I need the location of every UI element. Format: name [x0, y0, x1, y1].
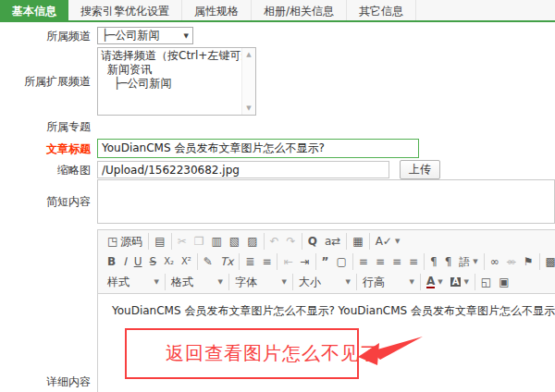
bold-button[interactable]: B — [104, 253, 119, 270]
redo-button[interactable]: ↷ — [283, 233, 300, 250]
chevron-down-icon: ▼ — [473, 258, 477, 265]
text-color-button[interactable]: A▼ — [423, 274, 447, 290]
select-all-button[interactable]: ▦ — [349, 233, 366, 250]
ext-channel-options: 请选择频道（按Ctrl+左键可进行多选）新闻资讯├─公司新闻 — [99, 49, 240, 91]
tab-basic-info[interactable]: 基本信息 — [0, 0, 68, 20]
paste-as-text-button[interactable]: ▧ — [226, 233, 243, 250]
find-button[interactable]: Q — [304, 233, 321, 250]
align-right-button[interactable]: ≡ — [388, 253, 405, 270]
replace-icon: a⇄ — [325, 236, 340, 247]
spell-check-button[interactable]: A✓▼ — [372, 233, 404, 250]
anchor-button[interactable]: ⚑ — [520, 253, 537, 270]
annotation-arrow-icon — [352, 331, 430, 373]
copy-button[interactable]: ❐ — [191, 233, 208, 250]
decrease-indent-button[interactable]: ⇤ — [279, 253, 296, 270]
font-size-combo[interactable]: 大小▼ — [295, 274, 354, 290]
div-container-button[interactable]: ▢ — [332, 253, 350, 270]
upload-button[interactable]: 上传 — [400, 160, 440, 179]
ext-channel-listbox[interactable]: 请选择频道（按Ctrl+左键可进行多选）新闻资讯├─公司新闻 ▲ ▼ — [97, 47, 256, 116]
channel-option[interactable]: ├─公司新闻 — [99, 77, 240, 91]
background-color-button[interactable]: A▼ — [447, 274, 473, 290]
scroll-down-icon[interactable]: ▼ — [246, 104, 251, 112]
toolbar-row-2: BIUSX₂X²✎Tx≣≡⇤⇥”▢≡≡≡≡¶¶語▼∞∞⚑▩ — [102, 251, 555, 272]
language-button[interactable]: 語▼ — [455, 253, 481, 270]
italic-icon: I — [123, 256, 127, 267]
font-combo[interactable]: 字体▼ — [231, 274, 290, 290]
thumbnail-path-input[interactable] — [97, 161, 389, 178]
channel-option[interactable]: 请选择频道（按Ctrl+左键可进行多选） — [99, 49, 240, 63]
toolbar-group: Qa⇄ — [302, 233, 347, 250]
image-icon: ▩ — [546, 256, 555, 267]
image-button[interactable]: ▩ — [542, 253, 555, 270]
remove-format-icon: Tx — [220, 256, 233, 267]
align-right-icon: ≡ — [392, 256, 401, 267]
redo-icon: ↷ — [287, 236, 296, 247]
increase-indent-button[interactable]: ⇥ — [297, 253, 314, 270]
text-direction-rtl-button[interactable]: ¶ — [441, 253, 456, 270]
div-container-icon: ▢ — [336, 256, 346, 267]
subscript-button[interactable]: X₂ — [160, 253, 178, 270]
paste-button[interactable]: ▥ — [208, 233, 226, 250]
text-direction-ltr-button[interactable]: ¶ — [426, 253, 441, 270]
bulleted-list-button[interactable]: ≡ — [258, 253, 275, 270]
editor-toolbar: ◳源码▤✂❐▥▧▨↶↷Qa⇄▦A✓▼ BIUSX₂X²✎Tx≣≡⇤⇥”▢≡≡≡≡… — [98, 230, 555, 294]
cut-button[interactable]: ✂ — [174, 233, 191, 250]
tab-attribute-spec[interactable]: 属性规格 — [182, 0, 252, 20]
scroll-up-icon[interactable]: ▲ — [246, 51, 251, 58]
underline-button[interactable]: U — [130, 253, 146, 270]
format-combo[interactable]: 格式▼ — [167, 274, 227, 290]
maximize-button[interactable]: ◱ — [477, 274, 495, 290]
editor-content-area[interactable]: YouDianCMS 会员发布文章图片怎么不显示? YouDianCMS 会员发… — [98, 294, 555, 392]
toolbar-group: 字体▼ — [228, 274, 292, 290]
remove-format-button[interactable]: Tx — [216, 253, 237, 270]
annotation-box: 返回查看图片怎么不见了 — [125, 328, 359, 379]
subscript-icon: X₂ — [164, 257, 174, 266]
align-left-button[interactable]: ≡ — [355, 253, 372, 270]
tab-other-info[interactable]: 其它信息 — [347, 0, 416, 20]
toolbar-group: ◱▣ — [475, 274, 515, 290]
article-title-label: 文章标题 — [0, 141, 97, 156]
toolbar-group: ∞∞⚑ — [484, 253, 539, 270]
templates-button[interactable]: ▤ — [151, 233, 168, 250]
toolbar-group: ✂❐▥▧▨ — [171, 233, 264, 250]
listbox-scrollbar[interactable]: ▲ ▼ — [241, 48, 255, 115]
language-icon: 語 — [459, 256, 470, 267]
detail-content-row: 详细内容 ◳源码▤✂❐▥▧▨↶↷Qa⇄▦A✓▼ BIUSX₂X²✎Tx≣≡⇤⇥”… — [0, 229, 555, 392]
maximize-icon: ◱ — [481, 276, 491, 288]
link-button[interactable]: ∞ — [487, 253, 503, 270]
thumbnail-label: 缩略图 — [0, 163, 97, 178]
numbered-list-button[interactable]: ≣ — [241, 253, 258, 270]
paste-icon: ▥ — [212, 236, 222, 247]
bold-icon: B — [107, 256, 116, 267]
article-title-input[interactable] — [97, 139, 419, 158]
toolbar-group: A✓▼ — [369, 233, 406, 250]
italic-button[interactable]: I — [119, 253, 130, 270]
channel-option[interactable]: 新闻资讯 — [99, 63, 240, 77]
strikethrough-button[interactable]: S — [146, 253, 161, 270]
toolbar-group: ✎Tx — [197, 253, 240, 270]
templates-icon: ▤ — [154, 236, 165, 247]
short-content-textarea[interactable] — [97, 179, 555, 224]
line-height-combo[interactable]: 行高▼ — [359, 274, 418, 290]
show-blocks-icon: ▣ — [499, 276, 509, 288]
source-button[interactable]: ◳源码 — [104, 233, 146, 250]
chevron-down-icon: ▼ — [184, 32, 189, 40]
unlink-button[interactable]: ∞ — [503, 253, 520, 270]
copy-formatting-button[interactable]: ✎ — [200, 253, 216, 270]
align-justify-button[interactable]: ≡ — [405, 253, 422, 270]
tab-seo-settings[interactable]: 搜索引擎优化设置 — [68, 0, 182, 20]
styles-combo[interactable]: 样式▼ — [104, 274, 163, 290]
tab-album-related[interactable]: 相册/相关信息 — [252, 0, 347, 20]
replace-button[interactable]: a⇄ — [321, 233, 344, 250]
detail-content-label: 详细内容 — [0, 374, 97, 389]
blockquote-button[interactable]: ” — [318, 253, 333, 270]
paste-from-word-button[interactable]: ▨ — [243, 233, 261, 250]
toolbar-group: 行高▼ — [356, 274, 420, 290]
channel-select[interactable]: ├─公司新闻 ▼ — [97, 27, 193, 44]
unlink-icon: ∞ — [507, 256, 516, 267]
superscript-button[interactable]: X² — [178, 253, 195, 270]
topic-row: 所属专题 — [0, 119, 555, 133]
undo-button[interactable]: ↶ — [266, 233, 283, 250]
align-center-button[interactable]: ≡ — [372, 253, 388, 270]
show-blocks-button[interactable]: ▣ — [495, 274, 512, 290]
